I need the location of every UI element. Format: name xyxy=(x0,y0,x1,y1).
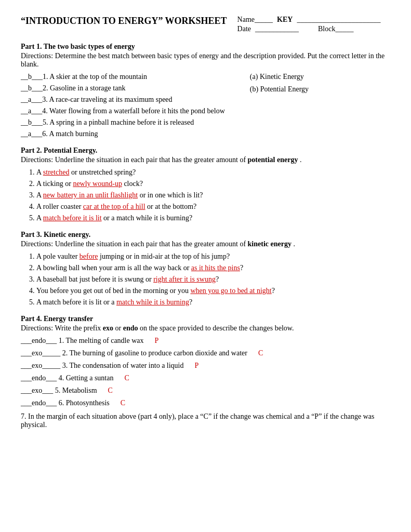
part4-item-6: ___endo___ 6. Photosynthesis C xyxy=(21,399,390,407)
part2-dir-text: Directions: Underline the situation in e… xyxy=(21,156,246,164)
part4-or: or xyxy=(115,324,123,332)
answer-highlight: before xyxy=(79,252,98,260)
tag-2: C xyxy=(258,349,263,357)
answer-highlight: right after it is swung xyxy=(153,275,216,283)
answer-highlight: stretched xyxy=(43,168,70,176)
list-item: A pole vaulter before jumping or in mid-… xyxy=(36,252,390,261)
part3-list: A pole vaulter before jumping or in mid-… xyxy=(36,252,390,307)
name-label: Name_____ xyxy=(237,16,273,24)
choice-a-text: Kinetic Energy xyxy=(260,73,304,81)
date-label: Date xyxy=(237,25,251,33)
date-line: Date ____________ Block_____ xyxy=(237,25,381,33)
part3-dir-text: Directions: Underline the situation in e… xyxy=(21,240,246,248)
part1-directions: Directions: Determine the best match bet… xyxy=(21,52,390,69)
part7-section: 7. In the margin of each situation above… xyxy=(21,413,390,429)
part2-title: Part 2. Potential Energy. xyxy=(21,147,390,155)
choice-b-text: Potential Energy xyxy=(260,85,309,93)
choice-b: (b) Potential Energy xyxy=(250,85,390,94)
list-item: A bowling ball when your arm is all the … xyxy=(36,264,390,272)
part1-section: Part 1. The two basic types of energy Di… xyxy=(21,43,390,138)
part3-section: Part 3. Kinetic energy. Directions: Unde… xyxy=(21,231,390,307)
tag-3: P xyxy=(195,362,199,369)
part4-dir-end: on the space provided to describe the ch… xyxy=(140,324,294,332)
answer-highlight: newly wound-up xyxy=(73,180,122,188)
answer-highlight: match while it is burning xyxy=(116,298,189,306)
part4-item-5: ___exo___ 5. Metabolism C xyxy=(21,387,390,395)
table-row: __b___1. A skier at the top of the mount… xyxy=(21,73,243,81)
part4-item-4: ___endo___ 4. Getting a suntan C xyxy=(21,374,390,382)
list-item: A match before it is lit or a match whil… xyxy=(36,298,390,307)
tag-4: C xyxy=(124,374,129,382)
name-value: KEY xyxy=(277,16,293,24)
answer-highlight: new battery in an unlit flashlight xyxy=(43,191,138,199)
part4-directions: Directions: Write the prefix exo or endo… xyxy=(21,324,390,332)
part7-text: 7. In the margin of each situation above… xyxy=(21,413,374,429)
part3-directions: Directions: Underline the situation in e… xyxy=(21,240,390,248)
list-item: A roller coaster car at the top of a hil… xyxy=(36,203,390,211)
table-row: __b___5. A spring in a pinball machine b… xyxy=(21,118,243,127)
tag-1: P xyxy=(155,337,159,344)
tag-6: C xyxy=(121,399,125,407)
list-item: A match before it is lit or a match whil… xyxy=(36,214,390,222)
list-item: A ticking or newly wound-up clock? xyxy=(36,180,390,188)
name-underline: _______________________ xyxy=(297,16,380,24)
block-label: Block_____ xyxy=(318,25,353,33)
table-row: __a___6. A match burning xyxy=(21,130,243,138)
list-item: A new battery in an unlit flashlight or … xyxy=(36,191,390,200)
part4-item-2: ___exo_____ 2. The burning of gasoline t… xyxy=(21,349,390,357)
part1-items: __b___1. A skier at the top of the mount… xyxy=(21,73,243,138)
part4-answer-5: ___exo___ 5. Metabolism C xyxy=(21,387,113,394)
part1-choices: (a) Kinetic Energy (b) Potential Energy xyxy=(250,73,390,94)
part2-directions: Directions: Underline the situation in e… xyxy=(21,156,390,164)
part2-list: A stretched or unstretched spring? A tic… xyxy=(36,168,390,222)
part4-item-3: ___exo_____ 3. The condensation of water… xyxy=(21,362,390,370)
choice-a-label: (a) xyxy=(250,73,260,81)
name-line: Name_____KEY_______________________ xyxy=(237,16,381,24)
list-item: You before you get out of bed in the mor… xyxy=(36,287,390,295)
part3-dir-end: . xyxy=(293,240,295,248)
part4-title: Part 4. Energy transfer xyxy=(21,315,390,323)
page-header: “INTRODUCTION TO ENERGY” WORKSHEET Name_… xyxy=(21,16,390,34)
date-field: ____________ xyxy=(255,25,299,33)
part4-answer-1: ___endo___ 1. The melting of candle wax … xyxy=(21,337,158,344)
answer-highlight: when you go to bed at night xyxy=(190,287,271,295)
table-row: __a___3. A race-car traveling at its max… xyxy=(21,96,243,104)
part4-answer-2: ___exo_____ 2. The burning of gasoline t… xyxy=(21,349,263,357)
choice-a: (a) Kinetic Energy xyxy=(250,73,390,81)
choice-b-label: (b) xyxy=(250,85,260,93)
part4-answer-3: ___exo_____ 3. The condensation of water… xyxy=(21,362,198,369)
part2-dir-bold: potential energy xyxy=(248,156,298,164)
tag-5: C xyxy=(108,387,113,394)
table-row: __a___4. Water flowing from a waterfall … xyxy=(21,107,243,115)
answer-highlight: as it hits the pins xyxy=(191,264,240,272)
part4-endo: endo xyxy=(123,324,138,332)
part2-dir-end: . xyxy=(300,156,302,164)
list-item: A stretched or unstretched spring? xyxy=(36,168,390,177)
part2-section: Part 2. Potential Energy. Directions: Un… xyxy=(21,147,390,222)
part1-content: __b___1. A skier at the top of the mount… xyxy=(21,73,390,138)
list-item: A baseball bat just before it is swung o… xyxy=(36,275,390,284)
part4-answer-6: ___endo___ 6. Photosynthesis C xyxy=(21,399,125,407)
part4-exo: exo xyxy=(103,324,113,332)
part4-dir-start: Directions: Write the prefix xyxy=(21,324,101,332)
part1-title: Part 1. The two basic types of energy xyxy=(21,43,390,51)
answer-highlight: car at the top of a hill xyxy=(83,203,145,210)
part3-dir-bold: kinetic energy xyxy=(248,240,291,248)
page-title: “INTRODUCTION TO ENERGY” WORKSHEET xyxy=(21,16,227,26)
part4-answer-4: ___endo___ 4. Getting a suntan C xyxy=(21,374,129,382)
name-block: Name_____KEY_______________________ Date… xyxy=(237,16,381,34)
part3-title: Part 3. Kinetic energy. xyxy=(21,231,390,239)
part4-section: Part 4. Energy transfer Directions: Writ… xyxy=(21,315,390,407)
part4-item-1: ___endo___ 1. The melting of candle wax … xyxy=(21,337,390,345)
table-row: __b___2. Gasoline in a storage tank xyxy=(21,84,243,92)
answer-highlight: match before it is lit xyxy=(43,214,102,222)
